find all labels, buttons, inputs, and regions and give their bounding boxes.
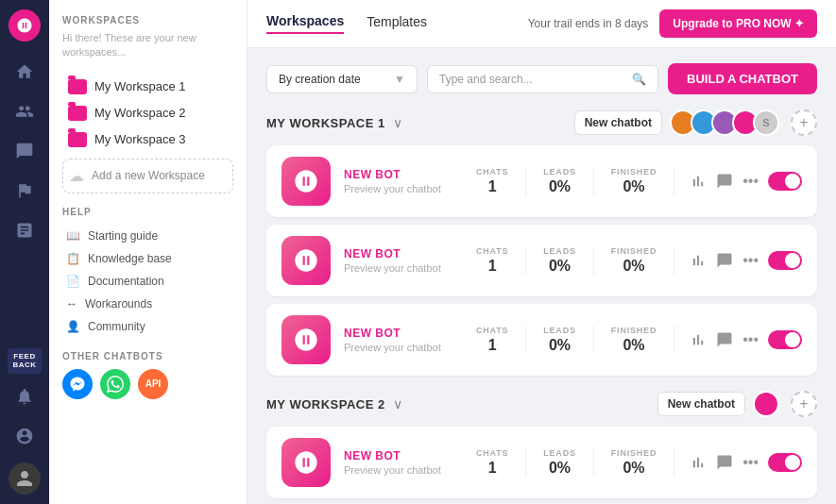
bot-name-1-1: NEW BOT — [344, 247, 476, 260]
stat-label-chats: CHATS — [476, 167, 508, 176]
bot-icon-2-0 — [282, 438, 331, 487]
top-right: Your trail ends in 8 days Upgrade to PRO… — [528, 9, 817, 38]
chat-preview-icon-1-1[interactable] — [716, 252, 733, 269]
workspace-1-header-left: MY WORKSPACE 1 ∨ — [266, 115, 402, 130]
help-knowledge-base[interactable]: 📋 Knowledge base — [62, 247, 233, 270]
sidebar-title: WORKSPACES — [62, 15, 233, 25]
analytics-icon-1-2[interactable] — [690, 331, 707, 348]
main-content: Workspaces Templates Your trail ends in … — [247, 0, 836, 504]
stat-chats-1-0: CHATS 1 — [476, 167, 526, 195]
help-item-label-1: Knowledge base — [88, 252, 172, 265]
bot-stats-1-1: CHATS 1 LEADS 0% FINISHED 0% — [476, 246, 674, 275]
search-box[interactable]: Type and search... 🔍 — [427, 65, 658, 93]
workspace-2-header: MY WORKSPACE 2 ∨ New chatbot + — [266, 391, 817, 417]
help-starting-guide[interactable]: 📖 Starting guide — [62, 225, 233, 247]
chart-icon[interactable] — [8, 213, 42, 247]
workspace-2-title: MY WORKSPACE 2 — [266, 397, 385, 412]
chat-preview-icon-1-2[interactable] — [716, 331, 733, 348]
bot-info-1-0: NEW BOT Preview your chatbot — [344, 168, 476, 194]
analytics-icon-1-1[interactable] — [690, 252, 707, 269]
messenger-icon[interactable] — [62, 369, 93, 399]
chat-icon[interactable] — [8, 134, 42, 168]
more-options-icon-1-2[interactable]: ••• — [742, 331, 759, 348]
analytics-icon-2-0[interactable] — [690, 454, 707, 471]
bot-desc-2-0: Preview your chatbot — [344, 464, 476, 476]
api-icon[interactable]: API — [138, 369, 168, 399]
add-workspace-label: Add a new Workspace — [92, 169, 205, 182]
bot-actions-1-1: ••• — [690, 251, 802, 270]
stat-leads-1-0: LEADS 0% — [526, 167, 594, 195]
analytics-icon-1-0[interactable] — [690, 173, 707, 190]
sidebar-subtitle: Hi there! These are your new workspaces.… — [62, 31, 233, 60]
bot-icon-1-0 — [282, 157, 331, 206]
home-icon[interactable] — [8, 55, 42, 89]
bot-info-1-2: NEW BOT Preview your chatbot — [344, 327, 476, 353]
workspace-section-2: MY WORKSPACE 2 ∨ New chatbot + — [266, 391, 817, 498]
build-chatbot-button[interactable]: BUILD A CHATBOT — [668, 63, 817, 94]
help-item-label-2: Documentation — [88, 275, 164, 288]
filter-label: By creation date — [279, 73, 361, 86]
help-community[interactable]: 👤 Community — [62, 315, 233, 338]
help-item-label-4: Community — [88, 320, 145, 333]
chat-preview-icon-2-0[interactable] — [716, 454, 733, 471]
bot-card-1-2: NEW BOT Preview your chatbot CHATS 1 LEA… — [266, 304, 817, 376]
add-member-button-1[interactable]: + — [791, 109, 817, 136]
add-member-button-2[interactable]: + — [791, 391, 817, 417]
bot-card-1-1: NEW BOT Preview your chatbot CHATS 1 LEA… — [266, 225, 817, 296]
toggle-1-0[interactable] — [768, 172, 802, 191]
toggle-2-0[interactable] — [768, 453, 802, 472]
avatar-group-2 — [753, 391, 779, 417]
bot-stats-2-0: CHATS 1 LEADS 0% FINISHED 0% — [476, 448, 674, 477]
users-icon[interactable] — [8, 94, 42, 128]
flag-icon[interactable] — [8, 174, 42, 208]
app-logo[interactable] — [9, 9, 41, 42]
avatar-ws2-1 — [753, 391, 779, 417]
settings-icon[interactable] — [8, 419, 42, 453]
workspace-1-label: My Workspace 1 — [94, 79, 186, 93]
top-bar: Workspaces Templates Your trail ends in … — [247, 0, 836, 48]
help-item-label-3: Workarounds — [85, 297, 152, 311]
help-workarounds[interactable]: ↔ Workarounds — [62, 293, 233, 315]
workspace-3-label: My Workspace 3 — [94, 132, 186, 146]
bot-actions-2-0: ••• — [690, 453, 802, 472]
bot-name-1-0: NEW BOT — [344, 168, 476, 181]
filter-select[interactable]: By creation date ▼ — [266, 65, 418, 93]
new-chatbot-btn-1[interactable]: New chatbot — [574, 110, 662, 135]
bot-stats-1-0: CHATS 1 LEADS 0% FINISHED 0% — [476, 167, 674, 195]
add-workspace-button[interactable]: ☁ Add a new Workspace — [62, 159, 233, 193]
bot-info-1-1: NEW BOT Preview your chatbot — [344, 247, 476, 274]
stat-value-leads: 0% — [543, 178, 576, 195]
more-options-icon-1-0[interactable]: ••• — [742, 173, 759, 190]
nav-workspaces[interactable]: Workspaces — [266, 13, 344, 34]
sidebar-item-workspace-1[interactable]: My Workspace 1 — [62, 74, 233, 100]
stat-value-finished: 0% — [611, 178, 657, 195]
workspace-2-chevron[interactable]: ∨ — [393, 396, 402, 412]
bot-info-2-0: NEW BOT Preview your chatbot — [344, 449, 476, 476]
search-placeholder: Type and search... — [439, 73, 533, 86]
stat-label-leads: LEADS — [543, 167, 576, 176]
whatsapp-icon[interactable] — [100, 369, 130, 399]
toggle-1-1[interactable] — [768, 251, 802, 270]
feedback-button[interactable]: FEEDBACK — [8, 348, 42, 374]
filter-bar: By creation date ▼ Type and search... 🔍 … — [266, 63, 817, 94]
chat-preview-icon-1-0[interactable] — [716, 173, 733, 190]
nav-templates[interactable]: Templates — [367, 14, 427, 33]
user-avatar-bottom[interactable] — [9, 462, 41, 495]
avatar-extra: S — [753, 109, 779, 136]
upgrade-button[interactable]: Upgrade to PRO NOW ✦ — [659, 9, 817, 38]
workspace-1-chevron[interactable]: ∨ — [393, 115, 402, 130]
stat-label-finished: FINISHED — [611, 167, 657, 176]
bot-card-2-0: NEW BOT Preview your chatbot CHATS 1 LEA… — [266, 427, 817, 498]
workspace-section-1: MY WORKSPACE 1 ∨ New chatbot S + — [266, 109, 817, 376]
help-section-title: HELP — [62, 207, 233, 217]
workspace-2-header-right: New chatbot + — [657, 391, 817, 417]
sidebar-item-workspace-2[interactable]: My Workspace 2 — [62, 100, 233, 126]
help-documentation[interactable]: 📄 Documentation — [62, 270, 233, 293]
toggle-1-2[interactable] — [768, 330, 802, 349]
workspace-1-header: MY WORKSPACE 1 ∨ New chatbot S + — [266, 109, 817, 136]
bell-icon[interactable] — [8, 379, 42, 413]
new-chatbot-btn-2[interactable]: New chatbot — [657, 392, 745, 416]
sidebar-item-workspace-3[interactable]: My Workspace 3 — [62, 126, 233, 153]
more-options-icon-1-1[interactable]: ••• — [742, 252, 759, 269]
more-options-icon-2-0[interactable]: ••• — [742, 454, 759, 471]
